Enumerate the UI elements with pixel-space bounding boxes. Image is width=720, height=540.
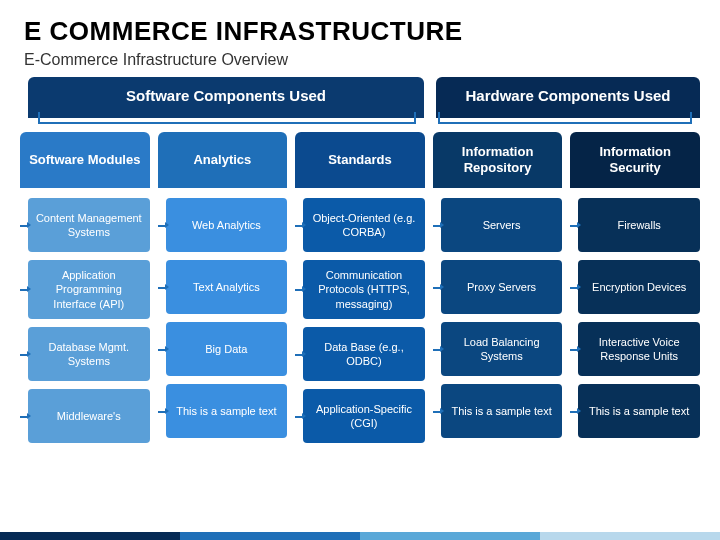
cell: Big Data [166, 322, 288, 376]
cell-wrap: This is a sample text [166, 384, 288, 438]
diagram-content: Software Components Used Hardware Compon… [0, 69, 720, 443]
footer-segment [0, 532, 180, 540]
cell: Encryption Devices [578, 260, 700, 314]
cell: Text Analytics [166, 260, 288, 314]
cell: Web Analytics [166, 198, 288, 252]
cells: Web Analytics Text Analytics Big Data Th… [158, 198, 288, 438]
cell: Data Base (e.g., ODBC) [303, 327, 425, 381]
footer-segment [180, 532, 360, 540]
cell: Application-Specific (CGI) [303, 389, 425, 443]
cell-wrap: This is a sample text [441, 384, 563, 438]
cells: Firewalls Encryption Devices Interactive… [570, 198, 700, 438]
cell: Load Balancing Systems [441, 322, 563, 376]
cell-wrap: Load Balancing Systems [441, 322, 563, 376]
cell-wrap: This is a sample text [578, 384, 700, 438]
column-analytics: Analytics Web Analytics Text Analytics B… [158, 132, 288, 443]
cell-wrap: Firewalls [578, 198, 700, 252]
cell: This is a sample text [441, 384, 563, 438]
cell: Object-Oriented (e.g. CORBA) [303, 198, 425, 252]
cell: Proxy Servers [441, 260, 563, 314]
bracket-software [38, 112, 416, 124]
cell-wrap: Proxy Servers [441, 260, 563, 314]
bracket-hardware [438, 112, 692, 124]
cell: Application Programming Interface (API) [28, 260, 150, 319]
cell-wrap: Big Data [166, 322, 288, 376]
column-software-modules: Software Modules Content Management Syst… [20, 132, 150, 443]
cell-wrap: Data Base (e.g., ODBC) [303, 327, 425, 381]
cell: Content Management Systems [28, 198, 150, 252]
column-standards: Standards Object-Oriented (e.g. CORBA) C… [295, 132, 425, 443]
footer-segment [360, 532, 540, 540]
cell-wrap: Content Management Systems [28, 198, 150, 252]
column-header: Standards [295, 132, 425, 188]
cell: Middleware's [28, 389, 150, 443]
cell: Servers [441, 198, 563, 252]
cell-wrap: Application-Specific (CGI) [303, 389, 425, 443]
cell-wrap: Text Analytics [166, 260, 288, 314]
page-title: E COMMERCE INFRASTRUCTURE [0, 0, 720, 51]
cell: This is a sample text [578, 384, 700, 438]
page-subtitle: E-Commerce Infrastructure Overview [0, 51, 720, 69]
cell: Interactive Voice Response Units [578, 322, 700, 376]
columns-row: Software Modules Content Management Syst… [20, 132, 700, 443]
cell-wrap: Communication Protocols (HTTPS, messagin… [303, 260, 425, 319]
cell-wrap: Interactive Voice Response Units [578, 322, 700, 376]
cell-wrap: Middleware's [28, 389, 150, 443]
cell-wrap: Encryption Devices [578, 260, 700, 314]
cells: Servers Proxy Servers Load Balancing Sys… [433, 198, 563, 438]
column-header: Information Security [570, 132, 700, 188]
cell-wrap: Servers [441, 198, 563, 252]
cell: Firewalls [578, 198, 700, 252]
cells: Object-Oriented (e.g. CORBA) Communicati… [295, 198, 425, 443]
column-header: Analytics [158, 132, 288, 188]
footer-accent-bar [0, 532, 720, 540]
column-header: Software Modules [20, 132, 150, 188]
cell: Database Mgmt. Systems [28, 327, 150, 381]
column-information-security: Information Security Firewalls Encryptio… [570, 132, 700, 443]
cell: This is a sample text [166, 384, 288, 438]
column-header: Information Repository [433, 132, 563, 188]
cell-wrap: Application Programming Interface (API) [28, 260, 150, 319]
cell: Communication Protocols (HTTPS, messagin… [303, 260, 425, 319]
footer-segment [540, 532, 720, 540]
cell-wrap: Object-Oriented (e.g. CORBA) [303, 198, 425, 252]
cells: Content Management Systems Application P… [20, 198, 150, 443]
column-information-repository: Information Repository Servers Proxy Ser… [433, 132, 563, 443]
cell-wrap: Database Mgmt. Systems [28, 327, 150, 381]
cell-wrap: Web Analytics [166, 198, 288, 252]
bracket-row [20, 112, 700, 126]
